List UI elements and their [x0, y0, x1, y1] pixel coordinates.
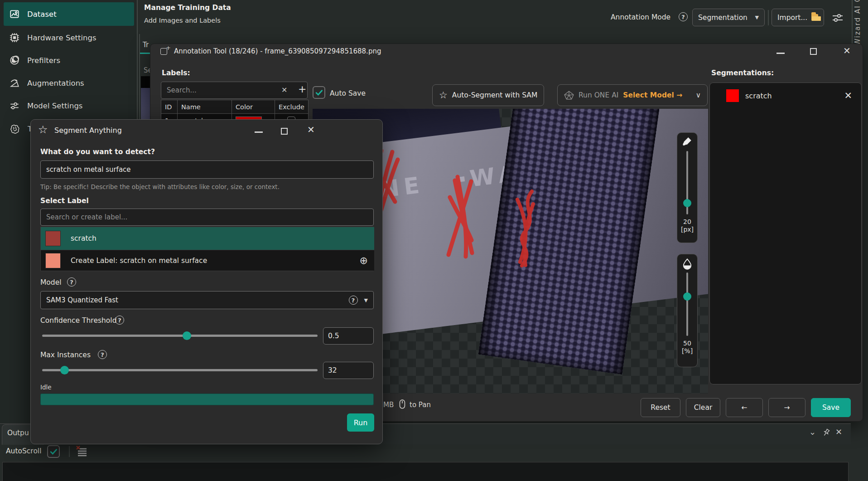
help-icon[interactable]: ? [679, 12, 688, 21]
pin-icon[interactable] [822, 428, 831, 438]
confidence-thumb[interactable] [183, 331, 191, 340]
close-icon[interactable]: ✕ [843, 45, 851, 56]
tip-text: Tip: Be specific! Describe the object wi… [40, 183, 280, 190]
output-console[interactable] [2, 462, 849, 481]
side-tab-vertical[interactable]: Wizard AI O [854, 0, 862, 45]
model-label: Model [40, 278, 62, 287]
window-title: Annotation Tool (18/246) - frame_6390850… [174, 47, 381, 55]
sidebar-item-dataset[interactable]: Dataset [4, 2, 134, 26]
check-icon [49, 447, 58, 456]
annotation-mode-value: Segmentation [698, 14, 747, 22]
model-select[interactable]: SAM3 Quantized Fast ? ▼ [40, 291, 374, 309]
label-color-swatch [45, 253, 61, 268]
select-model-label: Select Model → [623, 91, 682, 99]
segmentation-color-swatch [726, 89, 739, 102]
pentagon-icon [564, 90, 574, 100]
clear-log-icon[interactable] [75, 446, 88, 457]
label-search-input[interactable] [40, 209, 374, 226]
confidence-slider[interactable] [42, 335, 318, 337]
opacity-value: 50 [683, 340, 691, 347]
column-header[interactable]: Name [178, 100, 232, 114]
sidebar-item-model-settings[interactable]: Model Settings [4, 96, 134, 116]
page-subtitle: Add Images and Labels [144, 17, 221, 24]
column-header[interactable]: Color [232, 100, 275, 114]
auto-save-checkbox[interactable] [313, 86, 325, 99]
column-header[interactable]: ID [161, 100, 178, 114]
collapse-icon[interactable]: ⌄ [809, 427, 816, 437]
opacity-unit: [%] [682, 347, 693, 355]
brush-size-unit: [px] [681, 226, 694, 233]
labels-table-header: ID Name Color Exclude [161, 100, 309, 114]
maximize-icon[interactable] [810, 48, 817, 55]
output-toolbar-divider [69, 446, 70, 457]
output-tab-label: Outpu [7, 429, 29, 437]
help-icon[interactable]: ? [115, 316, 124, 325]
autoscroll-checkbox[interactable] [47, 445, 60, 458]
max-instances-value-input[interactable] [323, 362, 374, 379]
confidence-value-input[interactable] [323, 327, 374, 345]
labels-heading: Labels: [162, 69, 190, 77]
sidebar-item-augmentations[interactable]: Augmentations [4, 73, 134, 93]
opacity-slider[interactable] [686, 272, 688, 336]
help-icon[interactable]: ? [349, 296, 358, 305]
brush-size-slider[interactable] [686, 151, 688, 214]
background-tab-fragment[interactable]: Tr [143, 41, 149, 49]
remove-segmentation-icon[interactable]: ✕ [844, 90, 852, 101]
droplet-icon [682, 258, 693, 270]
save-button[interactable]: Save [811, 398, 851, 417]
help-icon[interactable]: ? [67, 277, 76, 287]
column-header[interactable]: Exclude [275, 100, 309, 114]
next-image-button[interactable]: → [768, 398, 805, 417]
auto-segment-sam-button[interactable]: ☆ Auto-Segment with SAM [432, 84, 544, 106]
brush-size-value: 20 [683, 218, 691, 225]
opacity-thumb[interactable] [683, 292, 691, 301]
sidebar-item-label: Dataset [27, 10, 57, 19]
sliders-icon [9, 100, 20, 111]
brush-size-panel: 20 [px] [677, 132, 698, 243]
help-icon[interactable]: ? [98, 350, 107, 359]
check-icon [314, 88, 323, 97]
maximize-icon[interactable] [281, 128, 288, 135]
annotation-mode-select[interactable]: Segmentation ▼ [692, 9, 765, 26]
max-instances-label: Max Instances [40, 351, 91, 359]
app-root: Manage Training Data Add Images and Labe… [0, 0, 868, 481]
import-label: Import... [777, 14, 807, 22]
clear-button[interactable]: Clear [686, 398, 720, 417]
label-option-selected[interactable]: scratch [41, 227, 374, 250]
detect-question-label: What do you want to detect? [40, 148, 155, 156]
annotation-mode-label: Annotation Mode [611, 13, 670, 21]
brain-icon [9, 123, 20, 135]
progress-bar [40, 394, 374, 405]
close-output-icon[interactable]: ✕ [835, 427, 842, 437]
toolbar-divider [768, 10, 769, 25]
run-one-ai-button[interactable]: Run ONE AI Select Model → ∨ [557, 84, 708, 106]
segmentation-item[interactable]: scratch ✕ [714, 87, 858, 105]
brush-size-thumb[interactable] [683, 199, 691, 207]
detect-query-input[interactable] [40, 160, 374, 179]
reset-button[interactable]: Reset [641, 398, 680, 417]
clear-search-icon[interactable]: ✕ [281, 86, 287, 94]
auto-segment-label: Auto-Segment with SAM [452, 91, 537, 99]
add-circle-icon[interactable]: ⊕ [360, 255, 368, 266]
close-icon[interactable]: ✕ [307, 124, 315, 135]
prev-image-button[interactable]: ← [726, 398, 763, 417]
model-value: SAM3 Quantized Fast [46, 296, 118, 304]
sidebar-item-prefilters[interactable]: Prefilters [4, 50, 134, 70]
dialog-title: Segment Anything [54, 126, 122, 135]
label-option-create[interactable]: Create Label: scratch on metal surface ⊕ [41, 250, 374, 271]
run-one-ai-label: Run ONE AI [579, 91, 618, 99]
label-color-swatch [45, 231, 61, 246]
select-label-heading: Select Label [40, 197, 89, 205]
add-label-icon[interactable]: + [298, 83, 306, 95]
minimize-icon[interactable] [255, 131, 263, 133]
import-button[interactable]: Import... [772, 9, 824, 26]
max-instances-slider[interactable] [42, 369, 318, 371]
run-button[interactable]: Run [347, 413, 374, 432]
folder-icon [811, 14, 818, 21]
label-options-list: scratch Create Label: scratch on metal s… [40, 227, 374, 271]
settings-sliders-icon[interactable] [832, 13, 844, 23]
max-instances-thumb[interactable] [60, 366, 69, 374]
sidebar-item-hardware-settings[interactable]: Hardware Settings [4, 28, 134, 48]
minimize-icon[interactable] [776, 53, 785, 54]
star-icon: ☆ [38, 123, 48, 136]
